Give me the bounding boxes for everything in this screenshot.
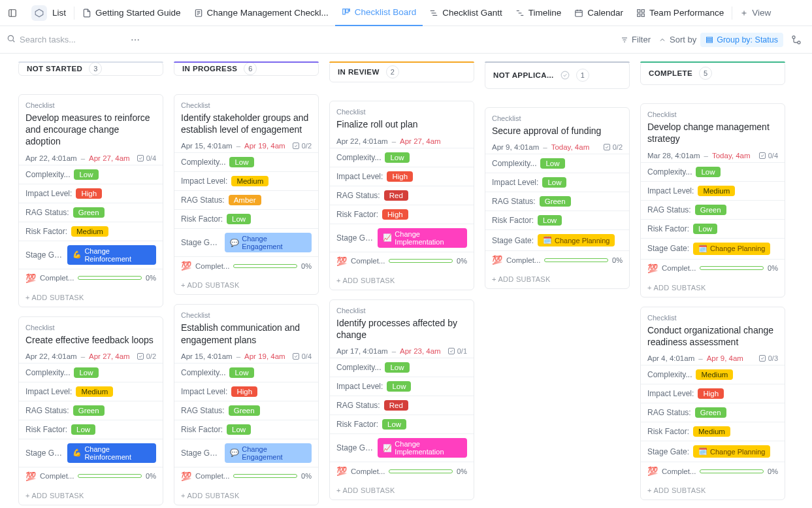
filter-label: Filter — [632, 35, 651, 44]
svg-point-28 — [131, 39, 133, 41]
progress-bar — [700, 469, 764, 473]
field-pill: Low — [227, 214, 251, 224]
column-count: 5 — [699, 67, 712, 80]
stage-emoji-icon: 🗓️ — [698, 447, 707, 456]
more-button[interactable] — [127, 31, 144, 48]
add-subtask-button[interactable]: + ADD SUBTASK — [641, 279, 785, 297]
field-label: Stage Gate: — [25, 449, 63, 458]
add-subtask-button[interactable]: + ADD SUBTASK — [330, 271, 474, 290]
progress-bar — [233, 474, 297, 478]
column-header[interactable]: IN PROGRESS6 — [174, 61, 319, 76]
card-dates: Apr 22, 4:01am–Apr 27, 4am0/4 — [25, 154, 156, 162]
tab-list[interactable]: List — [26, 0, 73, 26]
field-stage: Stage Gate:🗓️Change Planning — [641, 239, 785, 260]
hundred-emoji-icon: 💯 — [647, 263, 658, 273]
add-subtask-button[interactable]: + ADD SUBTASK — [174, 276, 318, 294]
column-header[interactable]: NOT STARTED3 — [18, 61, 163, 76]
column-title: IN REVIEW — [338, 68, 380, 76]
field-label: Impact Level: — [647, 389, 694, 398]
completion-percent: 0% — [301, 472, 312, 480]
doc-icon — [82, 8, 91, 18]
tab-separator — [732, 7, 732, 20]
task-card[interactable]: ChecklistIdentify stakeholder groups and… — [174, 94, 319, 295]
sort-button[interactable]: Sort by — [655, 32, 700, 47]
add-subtask-button[interactable]: + ADD SUBTASK — [19, 288, 163, 307]
completion-percent: 0% — [301, 262, 312, 270]
field-pill: Medium — [696, 369, 733, 380]
start-date: Apr 9, 4:01am — [492, 143, 539, 151]
task-card[interactable]: ChecklistSecure approval of fundingApr 9… — [485, 107, 630, 289]
field-pill: Green — [695, 205, 726, 215]
board-canvas[interactable]: NOT STARTED3ChecklistDevelop measures to… — [0, 54, 812, 508]
task-card[interactable]: ChecklistIdentify processes affected by … — [329, 299, 474, 500]
tab-label: Change Management Checkl... — [207, 8, 329, 18]
field-label: Complexity... — [25, 368, 70, 377]
subtasks-toggle[interactable] — [787, 31, 805, 49]
column-cards: ChecklistSecure approval of fundingApr 9… — [485, 107, 630, 289]
tab-timeline[interactable]: Timeline — [509, 0, 568, 26]
filter-button[interactable]: Filter — [617, 32, 655, 47]
task-card[interactable]: ChecklistDevelop measures to reinforce a… — [18, 94, 163, 307]
stage-emoji-icon: 📈 — [383, 444, 392, 452]
field-impact: Impact Level:Medium — [641, 182, 785, 201]
field-label: Risk Factor: — [181, 214, 223, 224]
add-subtask-button[interactable]: + ADD SUBTASK — [174, 486, 318, 505]
search-input[interactable] — [20, 35, 124, 44]
field-pill: Amber — [229, 195, 261, 205]
field-complexity: Complexity...Low — [19, 364, 163, 382]
board-toolbar: Filter Sort by Group by: Status — [0, 26, 812, 54]
task-card[interactable]: ChecklistDevelop change management strat… — [640, 103, 785, 297]
column-header[interactable]: IN REVIEW2 — [329, 61, 474, 82]
svg-point-44 — [561, 71, 569, 79]
stage-emoji-icon: 💬 — [230, 449, 239, 457]
collapse-sidebar-icon[interactable] — [4, 5, 21, 22]
hundred-emoji-icon: 💯 — [492, 255, 502, 265]
field-complexity: Complexity...Low — [330, 358, 474, 377]
task-card[interactable]: ChecklistEstablish communication and en­… — [174, 304, 319, 505]
tab-getting-started[interactable]: Getting Started Guide — [76, 0, 187, 26]
tab-label: Timeline — [528, 8, 562, 18]
tab-checklist-board[interactable]: Checklist Board — [335, 0, 423, 26]
tab-calendar[interactable]: Calendar — [568, 0, 630, 26]
card-listname: Checklist — [336, 307, 467, 314]
field-label: RAG Status: — [336, 401, 380, 410]
add-subtask-button[interactable]: + ADD SUBTASK — [19, 486, 163, 505]
column-header[interactable]: NOT APPLICA...1 — [485, 61, 630, 89]
field-label: Impact Level: — [181, 387, 227, 396]
add-subtask-button[interactable]: + ADD SUBTASK — [330, 481, 474, 500]
groupby-label: Group by: Status — [717, 35, 778, 44]
field-label: Risk Factor: — [181, 425, 223, 434]
add-subtask-button[interactable]: + ADD SUBTASK — [485, 270, 629, 288]
task-card[interactable]: ChecklistFinalize roll out planApr 22, 4… — [329, 101, 474, 290]
task-card[interactable]: ChecklistConduct organizational change r… — [640, 307, 785, 500]
column-header[interactable]: COMPLETE5 — [640, 61, 785, 85]
field-risk: Risk Factor:Low — [19, 420, 163, 439]
add-view-label: View — [752, 8, 771, 18]
field-rag: RAG Status:Green — [641, 403, 785, 422]
completion-percent: 0% — [457, 467, 467, 475]
start-date: Apr 15, 4:01am — [181, 142, 233, 150]
tab-team-performance[interactable]: Team Performance — [630, 0, 730, 26]
tab-change-management[interactable]: Change Management Checkl... — [187, 0, 335, 26]
field-label: Stage Gate: — [336, 233, 374, 243]
task-card[interactable]: ChecklistCreate effective feedback loops… — [18, 316, 163, 505]
hundred-emoji-icon: 💯 — [25, 471, 36, 481]
field-risk: Risk Factor:Low — [174, 420, 318, 439]
start-date: Apr 22, 4:01am — [25, 154, 77, 162]
field-pill: Low — [540, 158, 564, 169]
groupby-button[interactable]: Group by: Status — [700, 33, 783, 47]
tab-checklist-gantt[interactable]: Checklist Gantt — [423, 0, 509, 26]
add-view-button[interactable]: View — [734, 0, 777, 26]
stage-emoji-icon: 🗓️ — [543, 236, 552, 245]
field-pill: Medium — [693, 426, 730, 437]
svg-rect-45 — [604, 144, 609, 150]
field-label: Complexity... — [647, 167, 692, 177]
add-subtask-button[interactable]: + ADD SUBTASK — [641, 481, 785, 500]
card-dates: Apr 22, 4:01am–Apr 27, 4am — [336, 137, 467, 145]
field-impact: Impact Level:Medium — [19, 382, 163, 401]
field-risk: Risk Factor:Low — [641, 220, 785, 239]
field-label: Impact Level: — [336, 172, 383, 181]
field-label: Stage Gate: — [25, 250, 63, 260]
field-pill: High — [231, 386, 257, 397]
field-stage: Stage Gate:💬Change Engagement — [174, 229, 318, 257]
